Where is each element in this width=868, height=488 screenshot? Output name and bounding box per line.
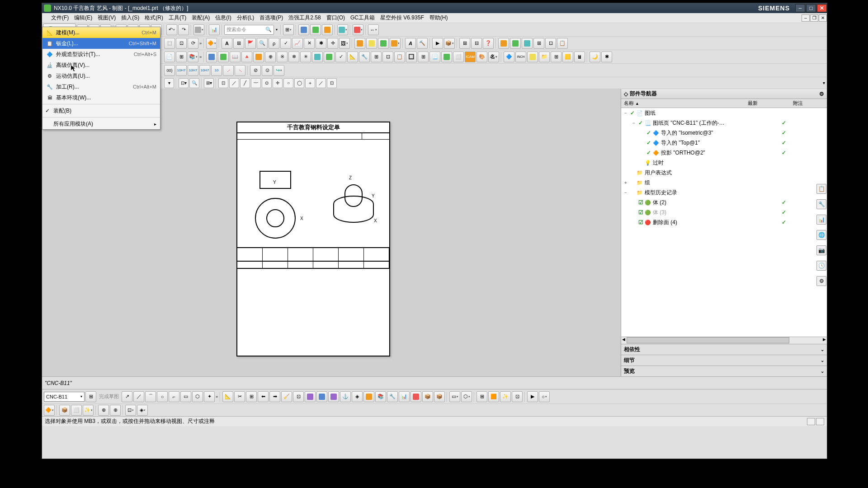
- tb3-6[interactable]: 📖: [230, 52, 241, 62]
- tb3-30[interactable]: ⊞: [551, 52, 561, 62]
- menu-help[interactable]: 帮助(H): [427, 14, 451, 22]
- rb-4[interactable]: 🌐: [816, 230, 826, 240]
- tb4-6[interactable]: ⟋: [223, 65, 234, 76]
- tb2-9[interactable]: ✕: [304, 38, 315, 49]
- bt1-24[interactable]: 📊: [399, 391, 410, 402]
- tb3-32[interactable]: 🖩: [574, 52, 585, 62]
- bt1-14[interactable]: 🧹: [281, 391, 292, 402]
- tb2-8[interactable]: 📈: [292, 38, 303, 49]
- tool-a[interactable]: [193, 24, 204, 35]
- bt1-34[interactable]: ▶: [527, 391, 538, 402]
- tb3-9[interactable]: ⊕: [265, 52, 276, 62]
- menu-view[interactable]: 视图(V): [95, 14, 118, 22]
- fb-3[interactable]: 🔍: [189, 78, 199, 88]
- tb3-19[interactable]: ⊡: [382, 52, 393, 62]
- tb2-5[interactable]: ⊞: [233, 38, 244, 49]
- bt2-7[interactable]: ⊡: [125, 405, 136, 416]
- menu-edit[interactable]: 编辑(E): [71, 14, 95, 22]
- menu-analysis[interactable]: 分析(L): [234, 14, 257, 22]
- mdi-restore[interactable]: ❐: [810, 14, 818, 22]
- tb2-6[interactable]: ρ: [269, 38, 279, 49]
- bt1-4[interactable]: ○: [157, 391, 168, 402]
- tb3-18[interactable]: ⊞: [371, 52, 382, 62]
- tree-row[interactable]: ✓🔷导入的 "Top@1"✓: [621, 138, 827, 148]
- tb3-21[interactable]: 🔲: [406, 52, 417, 62]
- menu-prefs[interactable]: 首选项(P): [257, 14, 286, 22]
- tb2-22[interactable]: ⊟: [471, 38, 482, 49]
- bt2-5[interactable]: ⊕: [98, 405, 109, 416]
- menu-hq[interactable]: 浩强工具2.58: [286, 14, 323, 22]
- tb3-8[interactable]: [253, 52, 264, 62]
- tol-5[interactable]: 10: [211, 65, 222, 76]
- tb2-27[interactable]: ⊞: [533, 38, 544, 49]
- fb-1[interactable]: ▾: [164, 78, 174, 88]
- bt1-11[interactable]: ⊞: [246, 391, 257, 402]
- bt1-26[interactable]: 📦: [422, 391, 433, 402]
- tol-2[interactable]: 10H7: [176, 65, 187, 76]
- bt1-5[interactable]: ⌐: [169, 391, 179, 402]
- tb2-19[interactable]: ▶: [432, 38, 443, 49]
- tol-4[interactable]: 10H7: [199, 65, 210, 76]
- start-item-assembly[interactable]: ✓ 装配(B): [42, 105, 160, 116]
- tool-c6[interactable]: ↔: [368, 24, 379, 35]
- bt1-20[interactable]: ◈: [352, 391, 363, 402]
- tb3-28[interactable]: [527, 52, 538, 62]
- bt1-9[interactable]: 📐: [222, 391, 233, 402]
- start-item-adv-sim[interactable]: 🔬 高级仿真(V)...: [42, 60, 160, 70]
- tb2-4[interactable]: 🔶: [206, 38, 217, 49]
- navigator-hscroll[interactable]: ◀▶: [621, 337, 827, 344]
- tree-row[interactable]: −✓📄图纸: [621, 108, 827, 118]
- tree-row[interactable]: 📁用户表达式: [621, 168, 827, 178]
- tool-b[interactable]: 📊: [209, 24, 220, 35]
- minimize-button[interactable]: –: [795, 4, 805, 12]
- bt1-7[interactable]: ⬡: [192, 391, 203, 402]
- bt1-21[interactable]: [363, 391, 374, 402]
- mdi-close[interactable]: ✕: [819, 14, 827, 22]
- tb3-20[interactable]: 📋: [394, 52, 405, 62]
- bt1-10[interactable]: ✂: [234, 391, 245, 402]
- start-item-all-apps[interactable]: 所有应用模块(A): [42, 118, 160, 129]
- maximize-button[interactable]: □: [806, 4, 816, 12]
- tb2-15[interactable]: [378, 38, 389, 49]
- tb2-23[interactable]: ❓: [483, 38, 494, 49]
- tb3-14[interactable]: [324, 52, 335, 62]
- tb2-12[interactable]: 🖼: [339, 38, 350, 49]
- tool-c4[interactable]: [337, 24, 348, 35]
- tb2-26[interactable]: [522, 38, 533, 49]
- menu-info[interactable]: 信息(I): [212, 14, 234, 22]
- tb2-20[interactable]: 📦: [444, 38, 455, 49]
- menu-gc[interactable]: GC工具箱: [348, 14, 377, 22]
- tb2-17[interactable]: A: [405, 38, 416, 49]
- fb-5[interactable]: ⊡: [218, 78, 228, 88]
- bt1-17[interactable]: [316, 391, 327, 402]
- tb2-24[interactable]: [498, 38, 509, 49]
- start-item-modeling[interactable]: 📐 建模(M)... Ctrl+M: [42, 27, 160, 38]
- tb2-13[interactable]: [354, 38, 365, 49]
- tb2-18[interactable]: 🔨: [417, 38, 428, 49]
- menu-tools[interactable]: 工具(T): [166, 14, 189, 22]
- tb3-12[interactable]: ✳: [300, 52, 311, 62]
- bt1-27[interactable]: 📦: [434, 391, 445, 402]
- bt1-1[interactable]: ↗: [122, 391, 132, 402]
- tb4-10[interactable]: ↪: [274, 65, 284, 76]
- fb-2[interactable]: ⊡▾: [179, 78, 189, 88]
- tb3-11[interactable]: ❄: [288, 52, 299, 62]
- fb-13[interactable]: ＋: [305, 78, 315, 88]
- fb-4[interactable]: ⊞▾: [204, 78, 214, 88]
- bt2-6[interactable]: ⊕: [110, 405, 121, 416]
- pb-2[interactable]: [816, 418, 824, 425]
- tb2-25[interactable]: [510, 38, 521, 49]
- fb-12[interactable]: ◯: [294, 78, 304, 88]
- bt1-8[interactable]: ✦: [204, 391, 215, 402]
- tb2-10[interactable]: ✱: [316, 38, 326, 49]
- navigator-tree[interactable]: −✓📄图纸−✓📃图纸页 "CNC-B11" (工作的-…✓✓🔷导入的 "Isom…: [621, 108, 827, 337]
- rb-2[interactable]: 🔧: [816, 199, 826, 209]
- start-item-motion[interactable]: ⚙ 运动仿真(U)...: [42, 70, 160, 81]
- tb3-10[interactable]: ※: [277, 52, 288, 62]
- bt1-19[interactable]: ⚓: [340, 391, 351, 402]
- tb3-16[interactable]: 📐: [347, 52, 358, 62]
- bt1-12[interactable]: ⬅: [258, 391, 269, 402]
- rb-6[interactable]: 🕓: [816, 261, 826, 271]
- tool-c3[interactable]: [322, 24, 333, 35]
- rb-1[interactable]: 📋: [816, 184, 826, 194]
